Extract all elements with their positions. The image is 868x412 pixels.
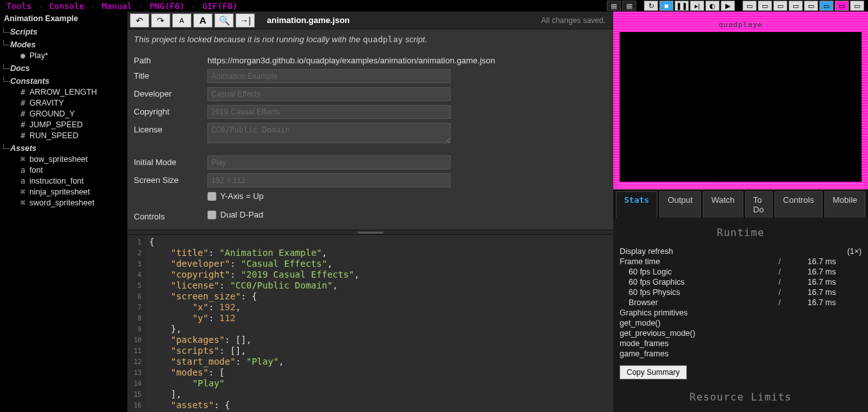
yaxis-label: Y-Axis = Up: [220, 191, 264, 201]
menu-tools[interactable]: Tools: [4, 1, 34, 11]
tree-header[interactable]: Assets: [10, 143, 127, 154]
tree-header[interactable]: Docs: [10, 63, 127, 74]
layout2-button[interactable]: ▭: [758, 1, 772, 11]
title-label: Title: [134, 69, 207, 81]
license-input[interactable]: CC0/Public Domain: [207, 123, 451, 143]
lock-message: This project is locked because it is not…: [127, 29, 613, 49]
project-title: Animation Example: [0, 12, 127, 26]
tree-item[interactable]: ⌘ninja_spritesheet: [10, 186, 127, 197]
tree-header[interactable]: Modes: [10, 40, 127, 50]
copy-summary-button[interactable]: Copy Summary: [620, 365, 687, 379]
tab-todo[interactable]: To Do: [745, 191, 773, 218]
stats-row: get_mode(): [620, 318, 862, 328]
copyright-label: Copyright: [134, 105, 207, 116]
search-button[interactable]: 🔍: [214, 13, 234, 28]
sidebar: Animation Example ScriptsModes●Play*Docs…: [0, 12, 127, 412]
license-label: License: [134, 123, 207, 134]
tab-watch[interactable]: Watch: [703, 191, 743, 218]
layout5-button[interactable]: ▭: [804, 1, 818, 11]
save-status: All changes saved.: [541, 16, 611, 25]
stats-tabbar: Stats Output Watch To Do Controls Mobile: [613, 189, 868, 218]
layout8-button[interactable]: ▭: [850, 1, 864, 11]
game-brand: quadplay✜: [719, 20, 763, 29]
goto-button[interactable]: →|: [236, 13, 255, 28]
tree-item[interactable]: #GRAVITY: [10, 97, 127, 108]
step-button[interactable]: ▸|: [690, 1, 704, 11]
stats-row: get_previous_mode(): [620, 328, 862, 338]
initial-mode-input[interactable]: [207, 155, 451, 170]
menubar: Tools · Console · Manual · PNG(F6) · GIF…: [0, 0, 868, 12]
stats-row: mode_frames: [620, 338, 862, 349]
dualdpad-label: Dual D-Pad: [220, 210, 263, 219]
stats-row: 60 fps Physics/16.7 ms: [620, 287, 862, 297]
game-screen[interactable]: [620, 32, 862, 182]
stats-row: Frame time/16.7 ms: [620, 257, 862, 267]
dualdpad-checkbox[interactable]: [207, 210, 216, 219]
stats-row: 60 fps Graphics/16.7 ms: [620, 277, 862, 287]
stats-row: Display refresh(1×): [620, 246, 862, 257]
stats-panel: Runtime Display refresh(1×)Frame time/16…: [613, 218, 868, 412]
copyright-input[interactable]: [207, 105, 451, 119]
layout1-button[interactable]: ▭: [743, 1, 757, 11]
grid-icon[interactable]: ▦: [607, 1, 621, 11]
path-value: https://morgan3d.github.io/quadplay/exam…: [207, 54, 495, 65]
tree-item[interactable]: ⌘sword_spritesheet: [10, 197, 127, 208]
tree-header[interactable]: Constants: [10, 76, 127, 86]
font-larger-button[interactable]: A: [193, 13, 213, 28]
menu-gif[interactable]: GIF(F8): [200, 1, 240, 11]
path-label: Path: [134, 54, 207, 65]
project-form: Path https://morgan3d.github.io/quadplay…: [127, 49, 613, 230]
layout6-button[interactable]: ▭: [819, 1, 833, 11]
developer-label: Developer: [134, 87, 207, 99]
tree-item[interactable]: ⌘bow_spritesheet: [10, 154, 127, 164]
tab-stats[interactable]: Stats: [616, 191, 657, 218]
tab-output[interactable]: Output: [659, 191, 701, 218]
splitter[interactable]: [127, 230, 613, 235]
menu-console[interactable]: Console: [47, 1, 87, 11]
tree-item[interactable]: afont: [10, 164, 127, 175]
stats-row: game_frames: [620, 349, 862, 359]
menu-png[interactable]: PNG(F6): [147, 1, 188, 11]
stats-row: 60 fps Logic/16.7 ms: [620, 267, 862, 277]
developer-input[interactable]: [207, 87, 451, 101]
tree-item[interactable]: #JUMP_SPEED: [10, 119, 127, 130]
pause-button[interactable]: ❚❚: [675, 1, 689, 11]
screen-size-label: Screen Size: [134, 173, 207, 185]
right-panel: quadplay✜ Stats Output Watch To Do Contr…: [613, 12, 868, 412]
redo-button[interactable]: ↷: [151, 13, 170, 28]
game-frame: quadplay✜: [613, 12, 868, 189]
controls-label: Controls: [134, 210, 207, 221]
layout4-button[interactable]: ▭: [789, 1, 803, 11]
grid2-icon[interactable]: ▦: [622, 1, 636, 11]
tree-item[interactable]: #RUN_SPEED: [10, 130, 127, 141]
stats-row: Browser/16.7 ms: [620, 297, 862, 308]
limits-header: Resource Limits: [620, 391, 862, 403]
tree-item[interactable]: ainstruction_font: [10, 175, 127, 186]
tree-item[interactable]: #GROUND_Y: [10, 108, 127, 119]
menu-manual[interactable]: Manual: [99, 1, 134, 11]
tree-header[interactable]: Scripts: [10, 27, 127, 37]
slow-button[interactable]: ◐: [705, 1, 719, 11]
filename-label: animation.game.json: [267, 15, 350, 25]
runtime-header: Runtime: [620, 226, 862, 239]
stop-button[interactable]: ■: [659, 1, 673, 11]
layout7-button[interactable]: ▭: [835, 1, 849, 11]
tab-mobile[interactable]: Mobile: [824, 191, 865, 218]
editor-panel: ↶ ↷ A A 🔍 →| animation.game.json All cha…: [127, 12, 613, 412]
stats-row: Graphics primitives: [620, 308, 862, 318]
font-smaller-button[interactable]: A: [172, 13, 191, 28]
reload-button[interactable]: ↻: [644, 1, 658, 11]
screen-size-input[interactable]: [207, 173, 451, 187]
editor-toolbar: ↶ ↷ A A 🔍 →| animation.game.json All cha…: [127, 12, 613, 29]
tab-controls[interactable]: Controls: [775, 191, 822, 218]
initial-mode-label: Initial Mode: [134, 155, 207, 167]
undo-button[interactable]: ↶: [130, 13, 149, 28]
play-button[interactable]: ▶: [721, 1, 735, 11]
layout3-button[interactable]: ▭: [773, 1, 787, 11]
title-input[interactable]: [207, 69, 451, 83]
code-editor[interactable]: 1234567891011121314151617 { "title": "An…: [127, 235, 613, 412]
yaxis-checkbox[interactable]: [207, 192, 216, 201]
tree-item[interactable]: ●Play*: [10, 50, 127, 61]
tree-item[interactable]: #ARROW_LENGTH: [10, 86, 127, 97]
